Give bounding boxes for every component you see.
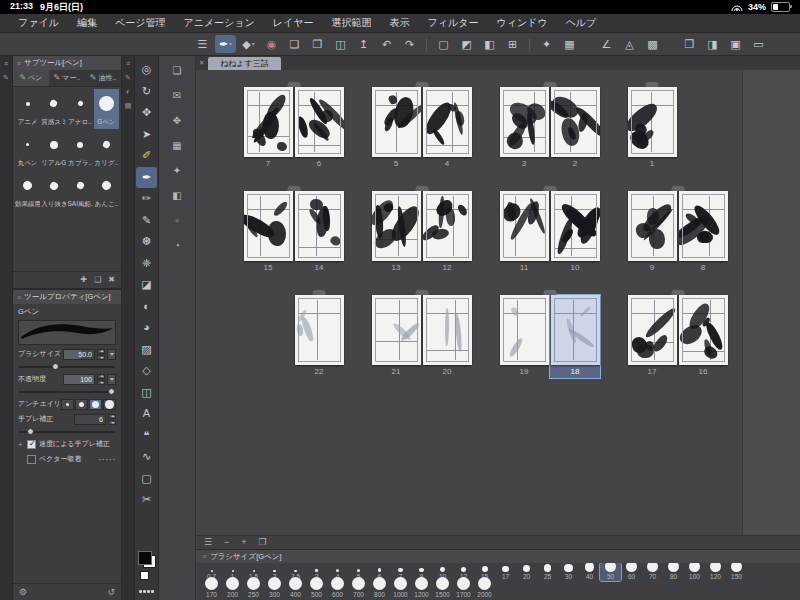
- dock-tool-blend-icon[interactable]: ◐: [126, 88, 130, 95]
- brush-size-25[interactable]: 25: [537, 563, 558, 581]
- dock-palette-icon[interactable]: ▤: [125, 102, 132, 109]
- page-thumb-17[interactable]: 17: [627, 295, 677, 378]
- line-correct-tool[interactable]: ∿: [136, 446, 157, 468]
- subtool-texture-sumi[interactable]: 質感スミ: [41, 89, 66, 129]
- subtool-kabura[interactable]: カブラ..: [68, 130, 93, 170]
- page-thumb-10[interactable]: 10: [550, 191, 600, 274]
- brush-size-50[interactable]: 50: [600, 563, 621, 581]
- subtool-analog[interactable]: アナロ..: [68, 89, 93, 129]
- toolbar-new-page[interactable]: ❏: [284, 35, 305, 53]
- brush-size-2000[interactable]: 2000: [474, 581, 495, 599]
- toolbar-crop[interactable]: ▦: [559, 35, 580, 53]
- menu-edit[interactable]: 編集: [77, 16, 97, 30]
- page-thumb-7[interactable]: 7: [243, 87, 293, 170]
- page-thumb-1[interactable]: 1: [627, 87, 677, 170]
- zoom-tool[interactable]: ◎: [136, 59, 157, 81]
- toolbar-select-layer[interactable]: ✦: [536, 35, 557, 53]
- fill-tool[interactable]: ◕: [136, 317, 157, 339]
- opacity-stepper[interactable]: [97, 374, 105, 385]
- brush-size-700[interactable]: 700: [348, 581, 369, 599]
- edge-grid[interactable]: ▦: [167, 138, 187, 154]
- brush-size-600[interactable]: 600: [327, 581, 348, 599]
- page-thumb-15[interactable]: 15: [243, 191, 293, 274]
- brush-size-800[interactable]: 800: [369, 581, 390, 599]
- brush-size-80[interactable]: 80: [663, 563, 684, 581]
- opacity-dropdown[interactable]: [107, 374, 116, 385]
- page-thumb-16[interactable]: 16: [678, 295, 728, 378]
- page-thumb-6[interactable]: 6: [294, 87, 344, 170]
- brush-size-17[interactable]: 17: [495, 563, 516, 581]
- subtool-detail-icon[interactable]: ⚙: [19, 588, 27, 597]
- brush-size-1200[interactable]: 1200: [411, 581, 432, 599]
- subtool-effect-line[interactable]: 効果線用: [15, 171, 40, 211]
- brush-size-300[interactable]: 300: [264, 581, 285, 599]
- brush-size-panel-header[interactable]: ブラシサイズ[Gペン]: [196, 550, 800, 563]
- page-thumb-11[interactable]: 11: [499, 191, 549, 274]
- zoom-out[interactable]: −: [224, 538, 229, 547]
- page-thumb-8[interactable]: 8: [678, 191, 728, 274]
- dock-subtool-icon[interactable]: ✎: [3, 74, 9, 81]
- toolbar-redo[interactable]: ↷: [399, 35, 420, 53]
- add-subtool-button[interactable]: ✚: [80, 276, 87, 284]
- page-thumb-22[interactable]: 22: [294, 295, 344, 378]
- object-tool[interactable]: ➤: [136, 124, 157, 146]
- toolbar-export[interactable]: ↥: [353, 35, 374, 53]
- menu-selection[interactable]: 選択範囲: [332, 16, 372, 30]
- subtool-tab-marker[interactable]: ✎マー..: [49, 70, 85, 86]
- brush-tool[interactable]: ✎: [136, 210, 157, 232]
- opacity-input[interactable]: 100: [63, 374, 95, 385]
- antialias-middle[interactable]: [89, 399, 102, 410]
- lasso-tool[interactable]: ✂: [136, 489, 157, 511]
- toolbar-layer-palette[interactable]: ◨: [702, 35, 723, 53]
- subtool-iri-nuki[interactable]: 入り抜き: [41, 171, 66, 211]
- pen-tool[interactable]: ✒: [136, 167, 157, 189]
- brush-size-input[interactable]: 50.0: [63, 349, 95, 360]
- brush-size-60[interactable]: 60: [621, 563, 642, 581]
- toolbar-import[interactable]: ❐: [307, 35, 328, 53]
- brush-size-40[interactable]: 40: [579, 563, 600, 581]
- stabilize-slider[interactable]: [19, 428, 115, 435]
- page-thumb-14[interactable]: 14: [294, 191, 344, 274]
- subtool-real-g[interactable]: リアルG: [41, 130, 66, 170]
- antialias-strong[interactable]: [103, 399, 116, 410]
- menu-page-manage[interactable]: ページ管理: [115, 16, 165, 30]
- reset-settings-icon[interactable]: ↺: [107, 588, 115, 597]
- balloon-tool[interactable]: ❝: [136, 425, 157, 447]
- brush-size-slider[interactable]: [19, 363, 115, 370]
- dock-handle-icon[interactable]: ≡: [4, 60, 8, 67]
- decoration-tool[interactable]: ❈: [136, 253, 157, 275]
- brush-size-1000[interactable]: 1000: [390, 581, 411, 599]
- page-thumb-21[interactable]: 21: [371, 295, 421, 378]
- opacity-slider[interactable]: [19, 388, 115, 395]
- eraser-tool[interactable]: ◪: [136, 274, 157, 296]
- duplicate-subtool-button[interactable]: ❏: [94, 276, 101, 284]
- text-tool[interactable]: A: [136, 403, 157, 425]
- spread-view[interactable]: ❐: [259, 538, 267, 547]
- pencil-tool[interactable]: ✏: [136, 188, 157, 210]
- page-thumb-5[interactable]: 5: [371, 87, 421, 170]
- toolbar-fill-selection[interactable]: ◧: [479, 35, 500, 53]
- brush-size-150[interactable]: 150: [726, 563, 747, 581]
- page-thumb-20[interactable]: 20: [422, 295, 472, 378]
- antialias-weak[interactable]: [75, 399, 88, 410]
- toolbar-invert-selection[interactable]: ◩: [456, 35, 477, 53]
- brush-size-30[interactable]: 30: [558, 563, 579, 581]
- toolbar-palette-layout[interactable]: ▣: [725, 35, 746, 53]
- speed-stabilize-checkbox[interactable]: [27, 440, 36, 449]
- toolbar-snap-perspective[interactable]: ◬: [619, 35, 640, 53]
- selection-tool[interactable]: ▢: [136, 468, 157, 490]
- subtool-tab-pen[interactable]: ✎ペン: [13, 70, 49, 86]
- page-thumb-18[interactable]: 18: [550, 295, 600, 378]
- vector-snap-checkbox[interactable]: [27, 455, 36, 464]
- brush-size-120[interactable]: 120: [705, 563, 726, 581]
- brush-size-stepper[interactable]: [97, 349, 105, 360]
- toolbar-timelapse-record[interactable]: ◉: [261, 35, 282, 53]
- brush-size-20[interactable]: 20: [516, 563, 537, 581]
- menu-help[interactable]: ヘルプ: [566, 16, 597, 30]
- brush-size-1500[interactable]: 1500: [432, 581, 453, 599]
- menu-filter[interactable]: フィルター: [428, 16, 479, 30]
- stabilize-stepper[interactable]: [108, 414, 116, 425]
- page-thumb-4[interactable]: 4: [422, 87, 472, 170]
- page-thumb-19[interactable]: 19: [499, 295, 549, 378]
- menu-window[interactable]: ウィンドウ: [496, 16, 547, 30]
